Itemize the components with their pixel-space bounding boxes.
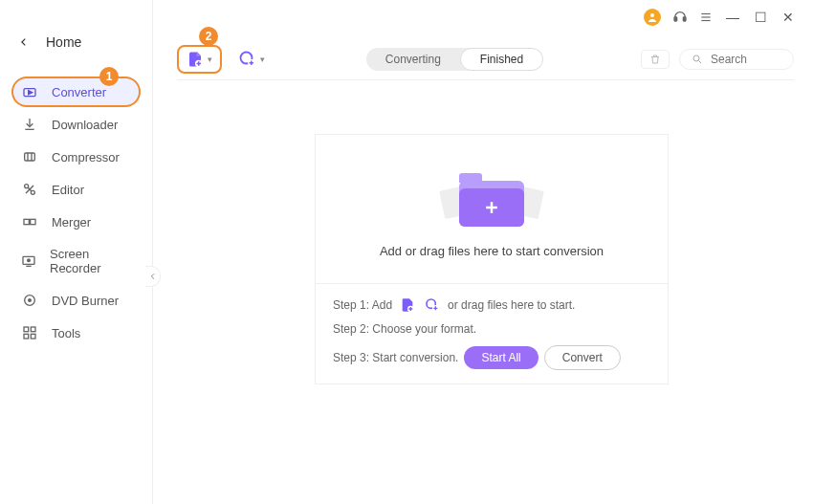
merger-icon: [21, 214, 38, 230]
dvd-burner-icon: [21, 293, 38, 308]
search-input[interactable]: [711, 53, 778, 66]
status-tabs: Converting Finished: [366, 48, 543, 71]
annotation-badge-1: 1: [99, 67, 119, 86]
sidebar-item-label: Merger: [52, 215, 91, 230]
main-panel: ▾ ▾ Converting Finished: [158, 0, 813, 504]
back-icon[interactable]: [19, 36, 29, 48]
svg-rect-23: [24, 327, 29, 332]
sidebar-item-label: Tools: [52, 326, 80, 340]
clear-list-button[interactable]: [641, 50, 670, 69]
svg-point-30: [693, 55, 699, 61]
sidebar-item-converter[interactable]: Converter: [11, 77, 141, 107]
sidebar-item-editor[interactable]: Editor: [11, 174, 141, 205]
sidebar-item-label: Editor: [52, 183, 84, 197]
step-1: Step 1: Add or drag files here to start.: [333, 297, 650, 313]
add-file-icon: [187, 51, 204, 68]
folder-icon: [444, 160, 539, 227]
tab-converting[interactable]: Converting: [366, 48, 460, 71]
drop-zone[interactable]: Add or drag files here to start conversi…: [316, 135, 668, 283]
sidebar-item-merger[interactable]: Merger: [11, 207, 141, 237]
sidebar-item-label: Screen Recorder: [50, 247, 131, 275]
svg-marker-7: [29, 91, 33, 95]
svg-rect-25: [24, 334, 29, 339]
sidebar-item-label: Downloader: [52, 118, 118, 132]
svg-rect-26: [31, 334, 35, 339]
add-url-button[interactable]: ▾: [235, 47, 269, 72]
sidebar-item-screen-recorder[interactable]: Screen Recorder: [11, 239, 141, 283]
downloader-icon: [21, 117, 38, 132]
chevron-down-icon: ▾: [208, 55, 212, 64]
search-icon: [692, 54, 703, 65]
tools-icon: [21, 325, 38, 340]
sidebar-item-dvd-burner[interactable]: DVD Burner: [11, 285, 141, 316]
converter-icon: [21, 84, 38, 99]
search-box[interactable]: [679, 49, 794, 70]
sidebar-item-label: DVD Burner: [52, 294, 119, 308]
svg-point-22: [29, 299, 32, 302]
trash-icon: [649, 54, 661, 65]
steps-area: Step 1: Add or drag files here to start.…: [316, 283, 668, 383]
svg-rect-16: [31, 219, 35, 224]
drop-headline: Add or drag files here to start conversi…: [380, 244, 604, 258]
editor-icon: [21, 182, 38, 197]
sidebar-item-label: Converter: [52, 85, 106, 99]
add-url-icon: [239, 51, 256, 68]
sidebar-item-downloader[interactable]: Downloader: [11, 109, 141, 140]
screen-recorder-icon: [21, 253, 36, 269]
svg-line-31: [698, 60, 701, 63]
add-file-button[interactable]: ▾: [177, 45, 222, 74]
svg-rect-8: [25, 153, 35, 161]
convert-button[interactable]: Convert: [544, 345, 621, 370]
drop-panel: Add or drag files here to start conversi…: [315, 134, 669, 384]
compressor-icon: [21, 149, 38, 164]
svg-line-14: [26, 186, 33, 193]
toolbar: ▾ ▾ Converting Finished: [177, 38, 794, 80]
svg-rect-24: [31, 327, 35, 332]
sidebar-item-label: Compressor: [52, 150, 120, 164]
step-3: Step 3: Start conversion. Start All Conv…: [333, 345, 650, 370]
chevron-down-icon: ▾: [260, 55, 265, 64]
sidebar-item-compressor[interactable]: Compressor: [11, 142, 141, 172]
add-url-icon[interactable]: [425, 297, 440, 313]
start-all-button[interactable]: Start All: [464, 346, 538, 369]
tab-finished[interactable]: Finished: [460, 48, 543, 71]
sidebar: Home Converter Downloader Compressor Edi…: [0, 0, 153, 504]
svg-point-19: [28, 259, 31, 262]
add-file-icon[interactable]: [400, 297, 415, 313]
svg-rect-15: [24, 219, 29, 224]
sidebar-item-tools[interactable]: Tools: [11, 318, 141, 348]
home-label[interactable]: Home: [46, 34, 81, 50]
step-2: Step 2: Choose your format.: [333, 322, 650, 336]
